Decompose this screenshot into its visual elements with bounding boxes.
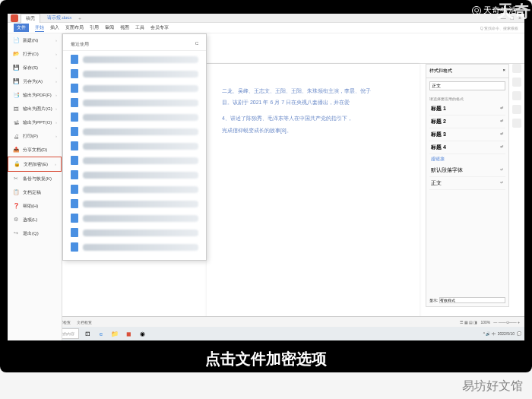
doc-line-4: 完成信仰蜕变成长的故事[8]。 (222, 126, 404, 135)
doc-icon (71, 84, 78, 93)
style-extra-0[interactable]: 默认段落字体↵ (429, 164, 505, 177)
side-icon-2[interactable] (512, 78, 521, 87)
doc-icon (71, 170, 78, 179)
file-item-label: 分享文档(D) (23, 147, 47, 154)
recent-item[interactable] (71, 125, 198, 138)
recent-item[interactable] (71, 183, 198, 195)
blurred-filename (83, 56, 198, 63)
file-item-label: 输出为图片(G) (23, 106, 52, 112)
doc-icon (71, 199, 78, 208)
folder-icon[interactable]: 📁 (109, 328, 120, 339)
recent-item[interactable] (71, 154, 198, 166)
doc-icon (71, 112, 78, 122)
ribbon-tab-vip[interactable]: 会员专享 (150, 24, 169, 31)
hyperlink-style[interactable]: 超链接 (429, 154, 505, 164)
recent-item[interactable] (71, 241, 198, 253)
file-menu-item-12[interactable]: ❓帮助(H) (8, 199, 62, 213)
show-select[interactable] (439, 297, 505, 303)
recent-item[interactable] (71, 82, 198, 94)
file-menu-item-2[interactable]: 💾保存(S)› (8, 61, 62, 74)
file-menu-item-4[interactable]: 📑输出为PDF(F)› (8, 88, 62, 102)
doc-icon (71, 185, 78, 194)
side-icon-3[interactable] (512, 91, 521, 100)
ribbon-tab-layout[interactable]: 页面布局 (65, 24, 84, 31)
recent-item[interactable] (71, 198, 198, 210)
recent-item[interactable] (71, 97, 198, 109)
wps-logo (11, 14, 18, 22)
recent-item[interactable] (71, 53, 198, 65)
recent-item[interactable] (71, 212, 198, 224)
current-style[interactable] (429, 81, 505, 90)
ribbon-tab-insert[interactable]: 插入 (50, 24, 59, 31)
ribbon-tab-start[interactable]: 开始 (35, 24, 44, 32)
recent-clear[interactable]: C (195, 41, 198, 48)
styles-panel: 样式和格式× 请选择要应用的格式 标题 1↵标题 2↵标题 3↵标题 4↵ 超链… (426, 64, 509, 307)
file-menu-item-9[interactable]: 🔒文档加密(E)› (8, 157, 62, 172)
tab-home[interactable]: 稿壳 (21, 14, 40, 23)
style-item-1[interactable]: 标题 2↵ (429, 116, 505, 128)
blurred-filename (83, 85, 198, 92)
side-icon-5[interactable] (512, 119, 521, 128)
recent-item[interactable] (71, 68, 198, 80)
show-label: 显示: (429, 298, 438, 302)
file-item-icon: ✂ (12, 175, 20, 182)
ribbon-tab-review[interactable]: 审阅 (105, 24, 114, 31)
style-item-3[interactable]: 标题 4↵ (429, 141, 505, 154)
file-item-icon: 📄 (12, 36, 20, 44)
panel-close[interactable]: × (502, 68, 505, 74)
file-menu-item-10[interactable]: ✂备份与恢复(K) (8, 172, 62, 185)
recent-item[interactable] (71, 169, 198, 181)
doc-icon (71, 69, 78, 78)
tab-add[interactable]: + (78, 16, 81, 21)
titlebar: 稿壳 请示报.docx + — □ × (8, 14, 524, 23)
side-icon-1[interactable] (512, 64, 521, 73)
file-item-icon: 🖼 (12, 105, 20, 112)
task-view-icon[interactable]: ⊡ (82, 328, 93, 339)
style-item-0[interactable]: 标题 1↵ (429, 103, 505, 116)
blurred-filename (83, 100, 198, 106)
ribbon-tab-file[interactable]: 文件 (14, 24, 29, 32)
file-item-icon: 📽 (12, 119, 20, 126)
file-item-label: 另存为(A) (23, 78, 43, 85)
file-item-label: 新建(N) (23, 37, 38, 44)
file-menu-item-1[interactable]: 📂打开(O)› (8, 47, 62, 61)
style-extra-1[interactable]: 正文↵ (429, 177, 505, 190)
wps-taskbar-icon[interactable]: ◼ (123, 328, 134, 339)
taskbar-clock[interactable]: 2022/5/10 (498, 331, 515, 336)
file-menu-item-6[interactable]: 📽输出为PPT(O)› (8, 116, 62, 129)
file-item-icon: 🔒 (13, 160, 21, 168)
document-page: 二龙、吴峰、王志文、王阳、王阳、朱珠领衔主演，李晨、倪子 目。该剧于 2021 … (207, 64, 420, 337)
doc-line-1: 二龙、吴峰、王志文、王阳、王阳、朱珠领衔主演，李晨、倪子 (222, 87, 404, 95)
file-menu-item-5[interactable]: 🖼输出为图片(G)› (8, 102, 62, 116)
file-item-icon: ❓ (12, 202, 20, 210)
doc-check[interactable]: 文档检查 (77, 320, 92, 325)
style-item-2[interactable]: 标题 3↵ (429, 128, 505, 141)
blurred-filename (83, 201, 198, 207)
ribbon-tab-view[interactable]: 视图 (120, 24, 129, 31)
ribbon-tab-tools[interactable]: 工具 (135, 24, 144, 31)
doc-line-3: 4、讲述了陈独秀、毛泽东等人在中国共产党的指引下， (222, 114, 404, 122)
file-menu-item-8[interactable]: 📤分享文档(D) (8, 143, 62, 157)
doc-icon (71, 55, 78, 64)
recent-item[interactable] (71, 140, 198, 152)
side-icon-4[interactable] (512, 105, 521, 114)
file-item-label: 文档加密(E) (24, 161, 48, 168)
ribbon-tab-ref[interactable]: 引用 (90, 24, 99, 31)
app-icon[interactable]: ◉ (137, 328, 147, 339)
blurred-filename (83, 172, 198, 179)
ribbon-search[interactable]: Q 查找命令、搜索模板 (480, 26, 518, 30)
edge-icon[interactable]: e (96, 328, 106, 339)
file-item-icon: 📤 (12, 146, 20, 154)
file-menu-item-11[interactable]: 📋文档定稿 (8, 185, 62, 199)
doc-line-2: 目。该剧于 2021 年 6 月 7 日在央视八套播出，并在爱 (222, 98, 404, 106)
file-menu-item-3[interactable]: 💾另存为(A)› (8, 74, 62, 88)
file-menu-item-7[interactable]: 🖨打印(P)› (8, 129, 62, 143)
file-menu-item-0[interactable]: 📄新建(N)› (8, 33, 62, 47)
recent-item[interactable] (71, 111, 198, 123)
tab-doc[interactable]: 请示报.docx (43, 14, 76, 22)
zoom-level[interactable]: 100% (481, 320, 491, 325)
recent-item[interactable] (71, 226, 198, 239)
file-menu-item-13[interactable]: ⚙选项(L) (8, 213, 62, 226)
file-menu-item-14[interactable]: ↪退出(Q) (8, 226, 62, 240)
doc-icon (71, 228, 78, 237)
